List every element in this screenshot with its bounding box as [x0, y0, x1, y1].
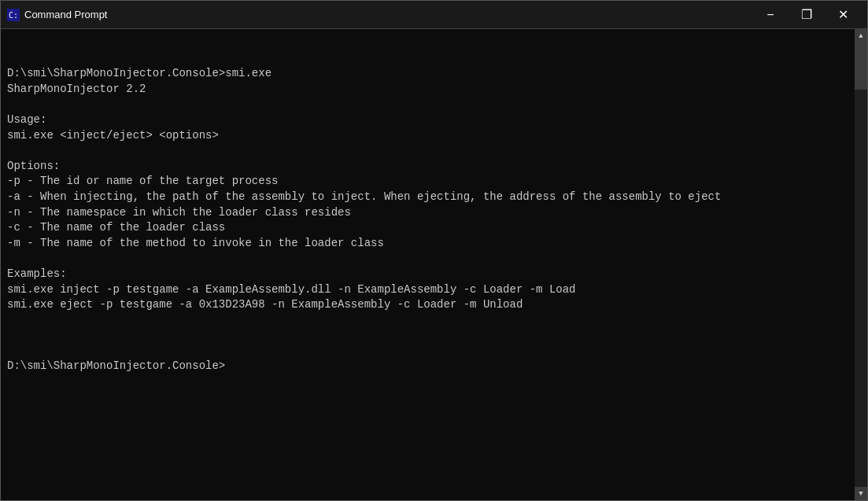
scrollbar-up-button[interactable]: ▲	[855, 29, 867, 42]
cmd-icon: C:	[7, 9, 20, 21]
scrollbar-thumb[interactable]	[855, 42, 867, 90]
terminal-line: -p - The id or name of the target proces…	[7, 174, 848, 190]
content-area: D:\smi\SharpMonoInjector.Console>smi.exe…	[1, 29, 867, 500]
terminal-line: -c - The name of the loader class	[7, 220, 848, 236]
window-controls: − ❐ ✕	[752, 1, 861, 29]
close-button[interactable]: ✕	[825, 1, 861, 29]
terminal-line	[7, 97, 848, 112]
terminal-line	[7, 328, 848, 344]
title-bar: C: Command Prompt − ❐ ✕	[1, 1, 867, 29]
terminal-line	[7, 251, 848, 267]
terminal-line: smi.exe eject -p testgame -a 0x13D23A98 …	[7, 297, 848, 313]
terminal-line	[7, 143, 848, 159]
command-prompt-window: C: Command Prompt − ❐ ✕ D:\smi\SharpMono…	[0, 0, 868, 501]
terminal-line: Usage:	[7, 112, 848, 128]
terminal-line	[7, 313, 848, 329]
window-title: Command Prompt	[24, 9, 752, 20]
terminal-line: -m - The name of the method to invoke in…	[7, 236, 848, 252]
scrollbar-track	[855, 42, 867, 487]
terminal-line: Options:	[7, 159, 848, 175]
terminal-line: smi.exe <inject/eject> <options>	[7, 128, 848, 144]
terminal-line: -n - The namespace in which the loader c…	[7, 205, 848, 221]
terminal-line: D:\smi\SharpMonoInjector.Console>	[7, 359, 848, 374]
scrollbar[interactable]: ▲ ▼	[855, 29, 867, 500]
svg-text:C:: C:	[9, 11, 18, 20]
terminal-line: smi.exe inject -p testgame -a ExampleAss…	[7, 282, 848, 298]
terminal-line: D:\smi\SharpMonoInjector.Console>smi.exe	[7, 66, 848, 82]
terminal-output[interactable]: D:\smi\SharpMonoInjector.Console>smi.exe…	[1, 29, 855, 500]
terminal-line: SharpMonoInjector 2.2	[7, 82, 848, 98]
terminal-line: Examples:	[7, 267, 848, 282]
minimize-button[interactable]: −	[752, 1, 789, 29]
terminal-line: -a - When injecting, the path of the ass…	[7, 190, 848, 205]
restore-button[interactable]: ❐	[789, 1, 825, 29]
scrollbar-down-button[interactable]: ▼	[855, 487, 867, 500]
terminal-line	[7, 344, 848, 359]
